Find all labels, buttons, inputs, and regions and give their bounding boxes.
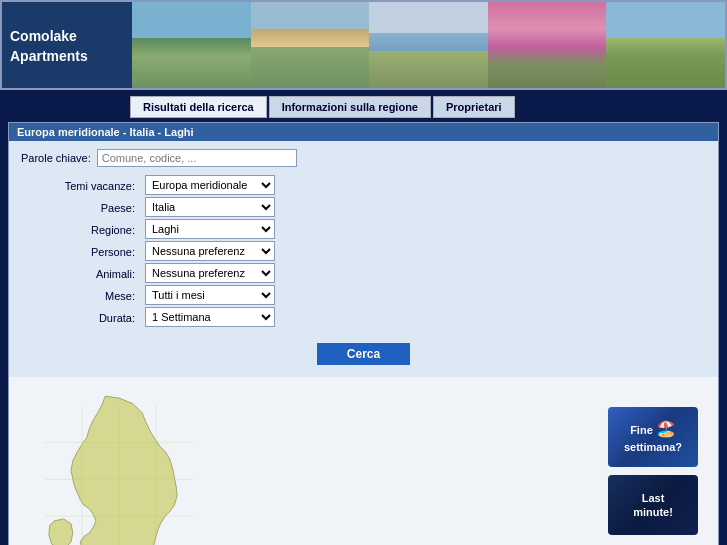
field-label-paese: Paese: [101,197,141,219]
italy-map-svg [19,387,219,545]
header-img-5 [606,2,725,88]
logo: Comolake Apartments [2,2,132,90]
side-banners: Fine 🏖️ settimana? Last minute! [608,407,698,535]
region-bar: Europa meridionale - Italia - Laghi [9,123,718,141]
search-btn-container: Cerca [21,337,706,365]
field-label-durata: Durata: [99,307,141,329]
select-paese[interactable]: Italia [145,197,275,217]
header: Comolake Apartments [0,0,727,90]
keyword-input[interactable] [97,149,297,167]
logo-line2: Apartments [10,48,88,64]
logo-line1: Comolake [10,28,77,44]
tab-proprietari[interactable]: Proprietari [433,96,515,118]
map-container [19,387,219,545]
logo-text: Comolake Apartments [10,27,88,66]
search-form: Parole chiave: Temi vacanze: Paese: Regi… [9,141,718,377]
field-label-regione: Regione: [91,219,141,241]
select-mese[interactable]: Tutti i mesi [145,285,275,305]
header-img-1 [132,2,251,88]
select-animali[interactable]: Nessuna preferenz [145,263,275,283]
nav-tabs: Risultati della ricerca Informazioni sul… [130,96,727,118]
banner-lastminute-text: Last minute! [633,491,673,520]
banner-weekend-text: Fine 🏖️ settimana? [624,419,682,454]
select-regione[interactable]: Laghi [145,219,275,239]
banner-weekend-icon: 🏖️ [656,420,676,437]
lower-section: Fine 🏖️ settimana? Last minute! [9,377,718,545]
banner-weekend[interactable]: Fine 🏖️ settimana? [608,407,698,467]
main-content: Europa meridionale - Italia - Laghi Paro… [8,122,719,545]
field-label-persone: Persone: [91,241,141,263]
banner-weekend-line2: settimana? [624,441,682,453]
keyword-row: Parole chiave: [21,149,706,167]
region-bar-text: Europa meridionale - Italia - Laghi [17,126,194,138]
search-button[interactable]: Cerca [317,343,410,365]
tab-risultati[interactable]: Risultati della ricerca [130,96,267,118]
tab-informazioni[interactable]: Informazioni sulla regione [269,96,431,118]
select-durata[interactable]: 1 Settimana [145,307,275,327]
header-img-2 [251,2,370,88]
banner-lastminute-line2: minute! [633,506,673,518]
field-label-temi: Temi vacanze: [65,175,141,197]
field-label-animali: Animali: [96,263,141,285]
banner-lastminute-line1: Last [642,492,665,504]
fields-inputs-col: Europa meridionale Italia Laghi Nessuna … [145,175,275,329]
banner-lastminute[interactable]: Last minute! [608,475,698,535]
keyword-label: Parole chiave: [21,152,91,164]
header-img-4 [488,2,607,88]
header-images [132,2,725,88]
fields-section: Temi vacanze: Paese: Regione: Persone: A… [21,175,706,329]
field-label-mese: Mese: [105,285,141,307]
field-labels-col: Temi vacanze: Paese: Regione: Persone: A… [21,175,141,329]
header-img-3 [369,2,488,88]
select-temi[interactable]: Europa meridionale [145,175,275,195]
banner-weekend-line1: Fine [630,424,653,436]
select-persone[interactable]: Nessuna preferenz [145,241,275,261]
